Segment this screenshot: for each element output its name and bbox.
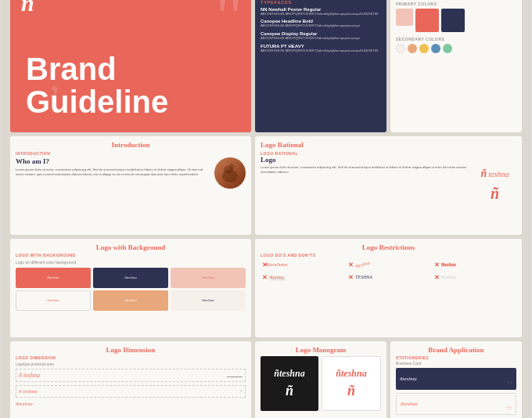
mono-mark-white: ñ bbox=[347, 383, 355, 399]
restriction-logo-5: TESHNA bbox=[355, 275, 372, 279]
logo-dimension-title: Logo Dimension bbox=[16, 346, 246, 354]
bc-deco-light: „ bbox=[506, 397, 512, 411]
logo-bg-coral-text: ñteshna bbox=[47, 276, 59, 279]
logo-bg-peach-text: ñteshna bbox=[124, 298, 137, 302]
monogram-white: ñteshna ñ bbox=[322, 356, 381, 411]
font1-chars: ABCDEFGHIJKLMNOPQRSTUVWXYZabcdefghijklmn… bbox=[261, 12, 381, 17]
logo-dim-1: ñ teshna bbox=[19, 372, 40, 379]
font2-chars: ABCDEFGHIJKLMNOPQRSTUVWXYZabcdefghijklmn… bbox=[261, 23, 381, 29]
logo-rational-body: Lorem ipsum dolor sit amet, consectetur … bbox=[261, 165, 467, 175]
logo-dim-bottom-row: ñteshna bbox=[16, 401, 246, 407]
monogram-white-content: ñteshna ñ bbox=[336, 368, 366, 399]
logo-bg-cream: ñteshna bbox=[171, 290, 246, 311]
logo-dim-name: ñteshna bbox=[16, 401, 33, 407]
logo-restrictions-label: LOGO DO'S AND DON'TS bbox=[261, 253, 516, 258]
logo-bg-peach: ñteshna bbox=[93, 290, 168, 311]
introduction-card: Introduction INTRODUCTION Who am I? Lore… bbox=[10, 136, 251, 235]
mono-full-white: ñteshna bbox=[336, 368, 366, 380]
introduction-title: Introduction bbox=[16, 141, 246, 149]
logo-rational-title: Logo Rational bbox=[261, 141, 467, 149]
mono-full-black: ñteshna bbox=[274, 368, 304, 380]
restriction-x-5: ✕ bbox=[348, 274, 354, 281]
logo-dimension-card: Logo Dimension LOGO DIMENSION Logotype p… bbox=[10, 341, 251, 419]
logo-with-background-card: Logo with Background LOGO WITH BACKGROUN… bbox=[10, 239, 251, 337]
brand-app-bc-subsection: Business Card bbox=[396, 361, 516, 366]
logo-bg-cream-text: ñteshna bbox=[202, 298, 214, 302]
brand-application-stationeries-card: Brand Application STATIONERIES Business … bbox=[390, 341, 522, 419]
logo-restrictions-card: Logo Restrictions LOGO DO'S AND DON'TS ✕… bbox=[255, 239, 522, 337]
restriction-6: ✕ ñteshna bbox=[433, 272, 516, 283]
font4-chars: ABCDEFGHIJKLMNOPQRSTUVWXYZabcdefghijklmn… bbox=[261, 49, 381, 54]
logo-restrictions-grid: ✕ ñteshna ✕ ñteshna ✕ ñteshna ✕ ñteshna … bbox=[261, 260, 516, 283]
dim-line-h bbox=[227, 377, 243, 377]
logo-dim-measure-2: B bbox=[240, 389, 243, 393]
restriction-logo-6: ñteshna bbox=[441, 275, 456, 279]
logo-bg-pink-text: ñteshna bbox=[202, 276, 214, 279]
typography-card: Typography TYPOGRAPHY Typefaces NN Newha… bbox=[255, 0, 386, 132]
logo-bg-pink: ñteshna bbox=[171, 268, 246, 288]
typography-subsection-label: Typefaces bbox=[261, 0, 381, 5]
logo-dim-arrows bbox=[227, 373, 243, 377]
bc-logo-color: ñteshna bbox=[401, 401, 418, 407]
restriction-logo-2: ñteshna bbox=[355, 261, 371, 269]
logo-dim-2: ñ teshna bbox=[19, 388, 38, 395]
swatch-color-navy bbox=[441, 9, 465, 32]
mono-mark-black: ñ bbox=[286, 383, 293, 399]
logo-icon-only: ñ bbox=[491, 185, 499, 203]
logo-dim-bottom: ñteshna bbox=[16, 401, 246, 407]
logo-rational-content: Logo Rational LOGO RATIONAL Logo Lorem i… bbox=[261, 141, 467, 230]
monogram-black-content: ñteshna ñ bbox=[274, 368, 304, 399]
restriction-1: ✕ ñteshna bbox=[261, 260, 344, 270]
restriction-3: ✕ ñteshna bbox=[433, 260, 516, 270]
logo-bg-white-text: ñteshna bbox=[47, 298, 59, 302]
restriction-2: ✕ ñteshna bbox=[347, 260, 430, 270]
logo-bg-navy: ñteshna bbox=[93, 268, 168, 288]
introduction-section-label: INTRODUCTION bbox=[16, 151, 246, 156]
logo-dimension-row1: ñ teshna bbox=[16, 369, 246, 382]
logo-rational-heading: Logo bbox=[261, 156, 467, 164]
lwb-section-label: LOGO WITH BACKGROUND bbox=[16, 253, 246, 258]
logo-restrictions-title: Logo Restrictions bbox=[261, 243, 516, 251]
primary-swatches bbox=[396, 9, 516, 33]
logo-rational-card: Logo Rational LOGO RATIONAL Logo Lorem i… bbox=[255, 136, 522, 235]
brand-app-bc-title: Brand Application bbox=[396, 346, 516, 354]
logo-dimension-section-label: LOGO DIMENSION bbox=[16, 355, 246, 360]
logo-bg-grid: ñteshna ñteshna ñteshna ñteshna ñteshna … bbox=[16, 268, 246, 311]
secondary-colors-label: Secondary colors bbox=[396, 37, 516, 41]
logo-monogram-title: Logo Monogram bbox=[261, 346, 381, 354]
logo-bg-white: ñteshna bbox=[16, 290, 91, 311]
logo-wordmark-display: teshna bbox=[488, 170, 509, 178]
logo-dimension-subsection: Logotype protected area bbox=[16, 362, 246, 366]
business-cards: ñteshna „ ñteshna „ ñteshna ñ bbox=[396, 368, 516, 419]
brand-title-line2: Guideline bbox=[26, 85, 168, 119]
logo-dimension-row2: ñ teshna B bbox=[16, 385, 246, 398]
restriction-logo-3: ñteshna bbox=[441, 262, 456, 267]
deco-1: " bbox=[214, 0, 243, 53]
swatch-green bbox=[443, 44, 452, 53]
swatch-color-coral bbox=[415, 9, 439, 32]
horse-silhouette bbox=[217, 160, 243, 186]
brand-title: Brand Guideline bbox=[26, 52, 235, 118]
logo-monogram-card: Logo Monogram ñteshna ñ ñteshna ñ bbox=[255, 341, 386, 419]
font3-chars: ABCDEFGHIJKLMNOPQRSTUVWXYZabcdefghijklmn… bbox=[261, 36, 381, 41]
brand-title-line1: Brand bbox=[26, 52, 117, 86]
swatch-peach bbox=[408, 44, 417, 53]
bc-card-dark: ñteshna „ bbox=[396, 368, 516, 390]
logo-bg-navy-text: ñteshna bbox=[124, 276, 137, 279]
restriction-x-6: ✕ bbox=[434, 274, 440, 281]
logo-monogram-grid: ñteshna ñ ñteshna ñ bbox=[261, 356, 381, 411]
svg-point-2 bbox=[229, 164, 234, 170]
swatch-color-pink bbox=[396, 9, 413, 26]
bc-card-light: ñteshna „ bbox=[396, 393, 516, 415]
restriction-5: ✕ TESHNA bbox=[347, 272, 430, 283]
lwb-title: Logo with Background bbox=[16, 243, 246, 251]
restriction-logo-1: ñteshna bbox=[265, 262, 287, 267]
lwb-subtitle: Logo on different color background bbox=[16, 260, 246, 265]
restriction-x-2: ✕ bbox=[348, 261, 354, 268]
logo-full-display: ñ teshna bbox=[481, 168, 509, 180]
bc-logo-white: ñteshna bbox=[400, 376, 417, 382]
bc-deco-dark: „ bbox=[507, 372, 512, 386]
main-grid: ñ " , Brand Guideline Typography TYPOGRA… bbox=[4, 0, 528, 418]
introduction-body: Lorem ipsum dolor sit amet, consectetur … bbox=[16, 168, 246, 178]
brand-app-bc-section: STATIONERIES bbox=[396, 355, 516, 360]
